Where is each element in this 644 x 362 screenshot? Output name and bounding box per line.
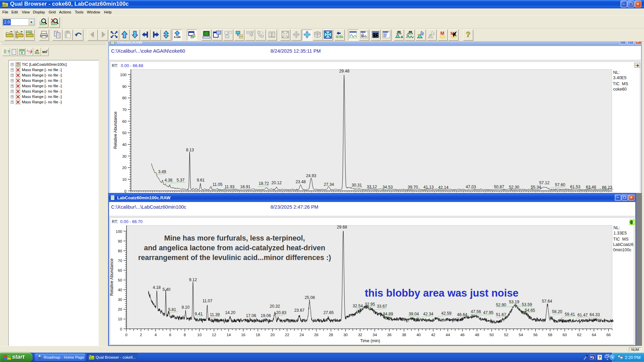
svg-text:9.61: 9.61 xyxy=(197,178,205,183)
svg-text:54.65: 54.65 xyxy=(525,308,535,313)
svg-text:41.13: 41.13 xyxy=(424,185,434,190)
svg-text:50: 50 xyxy=(122,131,127,135)
svg-text:42: 42 xyxy=(431,333,435,337)
svg-text:33.67: 33.67 xyxy=(377,304,387,309)
svg-text:0.00 - 66.70: 0.00 - 66.70 xyxy=(120,219,143,224)
svg-text:60: 60 xyxy=(122,119,127,123)
svg-text:64: 64 xyxy=(592,333,596,337)
svg-text:1.33E5: 1.33E5 xyxy=(613,231,627,236)
svg-text:54: 54 xyxy=(519,333,523,337)
svg-text:60: 60 xyxy=(562,333,567,337)
svg-text:0min100c: 0min100c xyxy=(613,248,631,252)
svg-text:40: 40 xyxy=(416,333,421,337)
svg-text:Relative Abundance: Relative Abundance xyxy=(113,111,118,149)
svg-text:TIC MS: TIC MS xyxy=(613,237,629,242)
svg-text:coke60: coke60 xyxy=(613,87,627,92)
svg-text:42.34: 42.34 xyxy=(423,312,434,316)
svg-text:rearrangement of the levulinic: rearrangement of the levulinic acid...mi… xyxy=(138,254,331,262)
svg-text:47.95: 47.95 xyxy=(483,310,494,315)
svg-text:66.23: 66.23 xyxy=(602,185,612,190)
svg-text:NL:: NL: xyxy=(613,225,620,230)
svg-text:4.38: 4.38 xyxy=(164,178,172,183)
svg-text:53.19: 53.19 xyxy=(509,300,519,304)
svg-text:24.93: 24.93 xyxy=(306,173,316,178)
svg-text:57.64: 57.64 xyxy=(542,299,552,304)
svg-text:18.72: 18.72 xyxy=(259,181,269,186)
svg-text:47.03: 47.03 xyxy=(466,185,476,189)
svg-text:52.90: 52.90 xyxy=(496,303,506,307)
svg-text:M: M xyxy=(440,31,444,36)
svg-text:29.48: 29.48 xyxy=(339,69,350,73)
svg-text:16: 16 xyxy=(241,333,245,337)
svg-text:20.12: 20.12 xyxy=(271,180,282,185)
svg-text:29.68: 29.68 xyxy=(337,225,347,229)
svg-text:and angelica lactone from acid: and angelica lactone from acid-catalyzed… xyxy=(144,244,325,252)
svg-text:50: 50 xyxy=(490,333,494,337)
svg-text:42.14: 42.14 xyxy=(438,185,449,190)
svg-text:6: 6 xyxy=(169,333,171,337)
svg-text:27.34: 27.34 xyxy=(324,182,334,187)
svg-text:4: 4 xyxy=(154,333,157,337)
svg-text:55.34: 55.34 xyxy=(531,185,541,190)
svg-text:11.93: 11.93 xyxy=(225,185,235,189)
svg-text:30: 30 xyxy=(343,333,348,337)
svg-text:11.07: 11.07 xyxy=(202,299,212,303)
svg-text:20: 20 xyxy=(122,166,127,170)
svg-text:TIC: TIC xyxy=(16,62,20,65)
svg-text:100: 100 xyxy=(116,229,122,234)
svg-text:this blobby area was just nois: this blobby area was just noise xyxy=(365,287,518,299)
svg-text:52: 52 xyxy=(504,333,508,337)
svg-text:90: 90 xyxy=(122,85,127,89)
svg-text:90: 90 xyxy=(118,239,122,243)
svg-text:34.89: 34.89 xyxy=(383,312,393,316)
svg-text:n: n xyxy=(46,49,48,52)
svg-text:11.05: 11.05 xyxy=(212,182,222,187)
svg-text:17.06: 17.06 xyxy=(246,313,256,318)
svg-text:44: 44 xyxy=(446,333,450,337)
svg-text:?: ? xyxy=(466,31,470,39)
svg-text:80: 80 xyxy=(122,96,127,100)
svg-text:9.12: 9.12 xyxy=(189,277,197,282)
svg-text:25.08: 25.08 xyxy=(305,295,315,300)
svg-text:60: 60 xyxy=(118,268,122,272)
svg-text:8.10: 8.10 xyxy=(182,305,190,310)
svg-text:48: 48 xyxy=(475,333,479,337)
svg-text:39.70: 39.70 xyxy=(408,185,418,190)
svg-text:20.83: 20.83 xyxy=(276,310,287,315)
svg-text:10: 10 xyxy=(197,333,202,337)
svg-text:30: 30 xyxy=(118,298,122,302)
svg-text:22: 22 xyxy=(285,333,289,337)
svg-text:11.39: 11.39 xyxy=(210,312,220,317)
svg-text:4.18: 4.18 xyxy=(153,285,161,290)
svg-text:NL:: NL: xyxy=(613,70,620,75)
svg-text:40: 40 xyxy=(118,288,122,292)
svg-text:a: a xyxy=(27,49,28,52)
svg-text:10: 10 xyxy=(118,317,122,321)
svg-text:20: 20 xyxy=(270,333,275,337)
svg-text:8: 8 xyxy=(184,333,186,337)
svg-text:32.95: 32.95 xyxy=(365,302,375,307)
svg-text:5.40: 5.40 xyxy=(162,287,170,292)
svg-text:100: 100 xyxy=(120,73,127,77)
svg-text:33.12: 33.12 xyxy=(367,185,377,189)
svg-text:2: 2 xyxy=(140,333,142,337)
svg-text:38: 38 xyxy=(402,333,406,337)
svg-text:46.64: 46.64 xyxy=(457,312,467,317)
svg-text:10: 10 xyxy=(122,177,127,182)
svg-text:53.59: 53.59 xyxy=(522,302,532,307)
svg-text:61.53: 61.53 xyxy=(570,185,581,189)
svg-text:57.60: 57.60 xyxy=(555,183,565,187)
svg-text:46: 46 xyxy=(460,333,465,337)
svg-text:47.56: 47.56 xyxy=(471,309,481,314)
svg-text:RT:: RT: xyxy=(112,63,118,68)
svg-text:61.47: 61.47 xyxy=(578,313,588,317)
svg-text:42.59: 42.59 xyxy=(441,311,452,316)
svg-text:36: 36 xyxy=(387,333,392,337)
svg-text:Time (min): Time (min) xyxy=(360,339,380,343)
svg-text:20: 20 xyxy=(118,307,122,311)
svg-text:51.67: 51.67 xyxy=(496,312,506,317)
svg-text:Relative Abundance: Relative Abundance xyxy=(109,258,114,296)
svg-text:40: 40 xyxy=(122,143,127,147)
svg-text:LabCoatz6: LabCoatz6 xyxy=(613,242,634,247)
svg-text:34.53: 34.53 xyxy=(383,185,393,190)
